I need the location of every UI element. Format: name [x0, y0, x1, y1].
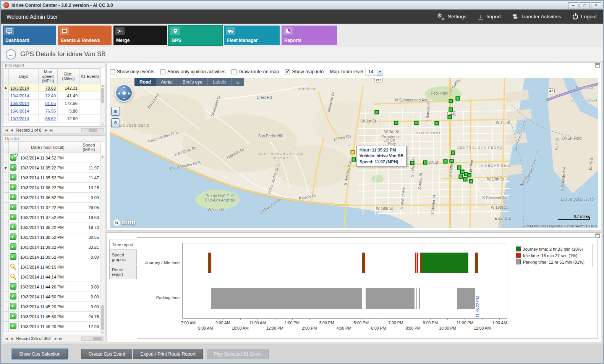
transfer-activities-button[interactable]: Transfer Activities — [512, 13, 561, 20]
tab-route-report[interactable]: Route report — [109, 265, 137, 279]
gps-list-row[interactable]: 10/3/2014 11:37:22 PM29.05 — [3, 203, 101, 213]
column-header-speed[interactable]: Speed (MPH) — [77, 142, 101, 153]
gps-list-row[interactable]: 10/3/2014 11:39:52 PM0.00 — [3, 252, 101, 262]
show-map-info-checkbox[interactable]: Show map info — [285, 69, 324, 74]
tile-fleet-manager[interactable]: Fleet Manager — [224, 26, 280, 45]
gps-marker[interactable] — [435, 121, 439, 126]
map-tab-birds-eye[interactable]: Bird's eye — [178, 78, 207, 86]
export-print-route-report-button[interactable]: Export / Print Route Report — [133, 349, 202, 359]
gps-list-row[interactable]: 10/3/2014 11:36:22 PM13.28 — [3, 183, 101, 193]
gps-marker[interactable] — [449, 107, 453, 111]
max-speed-link[interactable]: 68.62 — [45, 116, 56, 121]
gps-marker[interactable] — [394, 121, 398, 125]
gps-marker[interactable] — [463, 177, 468, 181]
record-scrollbar[interactable] — [81, 337, 104, 341]
gps-marker[interactable] — [469, 179, 473, 183]
map-tab-road[interactable]: Road — [134, 78, 156, 86]
gps-marker[interactable] — [450, 159, 454, 163]
minimize-button[interactable]: – — [568, 2, 578, 8]
gps-list-row[interactable]: ▶10/3/2014 11:35:22 PM11.97 — [3, 163, 101, 173]
close-button[interactable]: × — [591, 2, 601, 8]
gps-list-row[interactable]: 10/3/2014 11:35:52 PM11.47 — [3, 173, 101, 183]
info-report-row[interactable]: 10/6/201476.955.88 — [3, 107, 101, 115]
tab-time-report[interactable]: Time report — [109, 240, 137, 250]
info-report-row[interactable]: ▶10/3/201478.68142.31 — [3, 84, 101, 92]
column-header-dist[interactable]: Dist. (Miles) — [58, 69, 79, 84]
draw-route-checkbox[interactable]: Draw route on map — [232, 69, 279, 74]
gps-marker-selected[interactable] — [351, 150, 355, 154]
gps-list-row[interactable]: 10/3/2014 11:40:15 PM — [3, 262, 101, 272]
zoom-in-button[interactable]: ⊕ — [111, 107, 120, 116]
tile-gps[interactable]: GPS — [169, 26, 222, 45]
play-selected-x1-event-button[interactable]: Play Selected X1 Event — [207, 349, 269, 359]
gps-marker[interactable] — [457, 166, 462, 170]
info-report-row[interactable]: 10/7/201468.6212.99 — [3, 115, 101, 122]
back-button[interactable]: ← — [6, 49, 16, 60]
info-report-row[interactable]: 10/4/201472.4041.49 — [3, 92, 101, 100]
tab-speed-graphic[interactable]: Speed graphic — [109, 250, 137, 264]
show-only-ignition-checkbox[interactable]: Show only ignition activities — [160, 69, 225, 74]
gps-list-row[interactable]: 10/3/2014 11:44:50 PM0.00 — [3, 292, 101, 302]
gps-marker[interactable] — [448, 115, 452, 119]
column-header-max-speed[interactable]: Max speed (MPH) — [39, 69, 58, 84]
gps-marker[interactable] — [456, 96, 460, 100]
gps-list-row[interactable]: 10/3/2014 11:39:22 PM33.21 — [3, 242, 101, 252]
tile-events-reviews[interactable]: Events & Reviews — [58, 26, 112, 45]
day-link[interactable]: 10/3/2014 — [10, 86, 29, 90]
gps-marker[interactable] — [449, 99, 453, 103]
gps-list-row[interactable]: 10/3/2014 11:44:14 PM — [3, 272, 101, 282]
maximize-map-panel-button[interactable] — [595, 63, 600, 68]
next-record-button[interactable]: ▶ — [53, 337, 58, 341]
day-link[interactable]: 10/7/2014 — [10, 116, 29, 121]
gps-list-row[interactable]: 10/3/2014 11:38:22 PM19.70 — [3, 222, 101, 232]
column-header[interactable] — [3, 142, 9, 153]
gps-marker[interactable] — [467, 173, 471, 177]
prev-record-button[interactable]: ◀ — [9, 128, 13, 132]
gps-marker[interactable] — [410, 161, 415, 165]
day-link[interactable]: 10/5/2014 — [10, 101, 29, 106]
info-scrollbar[interactable]: ▲ ▼ — [100, 84, 105, 126]
max-speed-link[interactable]: 76.95 — [45, 109, 56, 113]
first-record-button[interactable]: |◀ — [4, 128, 9, 132]
day-link[interactable]: 10/4/2014 — [10, 93, 29, 98]
maximize-button[interactable]: □ — [580, 2, 590, 8]
max-speed-link[interactable]: 72.40 — [45, 93, 56, 98]
settings-button[interactable]: Settings — [437, 13, 466, 20]
gps-marker[interactable] — [459, 174, 463, 179]
last-record-button[interactable]: ▶| — [58, 337, 63, 341]
show-only-events-checkbox[interactable]: Show only events — [110, 69, 154, 74]
gps-list-row[interactable]: 10/3/2014 11:44:20 PM0.00 — [3, 282, 101, 292]
info-report-row[interactable]: 10/5/201481.05172.56 — [3, 100, 101, 107]
gps-list-row[interactable]: 10/3/2014 11:38:52 PM30.55 — [3, 232, 101, 242]
column-header-days[interactable]: Days — [9, 69, 39, 84]
day-link[interactable]: 10/6/2014 — [10, 109, 29, 113]
tile-reports[interactable]: Reports — [282, 26, 337, 45]
gps-marker[interactable] — [423, 161, 427, 165]
collapse-map-nav-button[interactable]: « — [232, 78, 243, 86]
column-header-icon[interactable] — [9, 142, 19, 153]
gps-marker[interactable] — [444, 159, 448, 164]
logout-button[interactable]: Logout — [573, 14, 597, 19]
gps-marker[interactable] — [451, 150, 455, 155]
last-record-button[interactable]: ▶| — [49, 128, 53, 132]
first-record-button[interactable]: |◀ — [4, 337, 9, 341]
tile-dashboard[interactable]: Dashboard — [3, 26, 56, 45]
map-compass[interactable]: ▲ ▼ ◀ ▶ — [115, 84, 133, 102]
map-tab-aerial[interactable]: Aerial — [156, 78, 178, 86]
gps-marker[interactable] — [351, 158, 356, 162]
map-canvas[interactable]: MiralestePeck ParkW Summerland AveCrest … — [110, 78, 598, 228]
gantt-plot[interactable]: Journey / Idle time Parking time 11:35:2… — [182, 243, 507, 319]
map-zoom-select[interactable]: 14 ▼ — [366, 68, 383, 76]
gps-list-row[interactable]: 10/3/2014 11:34:52 PM — [3, 153, 101, 163]
column-header-datetime[interactable]: Date / hour (local) — [19, 142, 77, 153]
import-button[interactable]: Import — [478, 14, 501, 19]
gps-marker[interactable] — [415, 121, 419, 125]
gps-list-row[interactable]: 10/3/2014 11:45:50 PM24.75 — [3, 312, 101, 322]
tile-merge[interactable]: Merge — [113, 26, 167, 45]
create-gps-event-button[interactable]: Create Gps Event — [81, 349, 132, 359]
gps-list-row[interactable]: 10/3/2014 11:36:52 PM0.00 — [3, 193, 101, 203]
prev-record-button[interactable]: ◀ — [9, 337, 13, 341]
next-record-button[interactable]: ▶ — [44, 128, 48, 132]
gps-list-row[interactable]: 10/3/2014 11:46:20 PM17.93 — [3, 322, 101, 332]
gps-scrollbar[interactable]: ▲ ▼ — [100, 155, 105, 334]
